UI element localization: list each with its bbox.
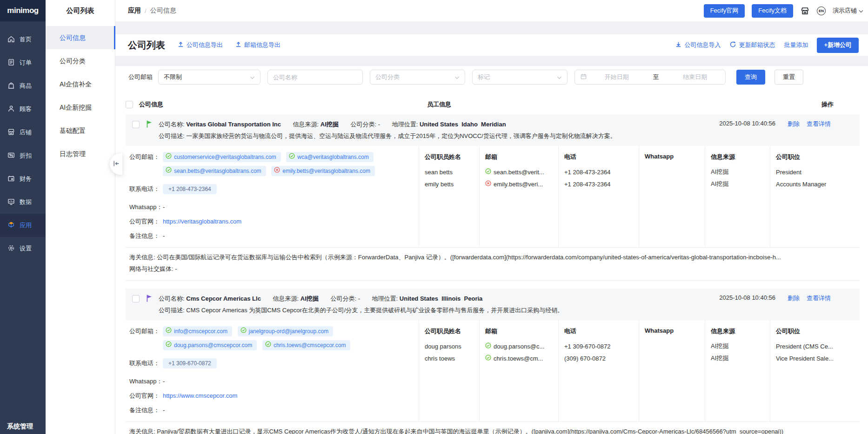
- employee-position: Accounts Manager: [776, 178, 854, 190]
- system-admin-label[interactable]: 系统管理: [7, 422, 33, 431]
- apps-icon: [7, 221, 15, 230]
- company-desc: 一家美国家族经营的货运与物流公司，提供海运、空运与陆运及物流代理服务，成立于20…: [186, 132, 616, 139]
- phone-tag[interactable]: +1 208-473-2364: [163, 184, 217, 194]
- sidebar-item-discount[interactable]: 折扣: [0, 144, 46, 167]
- email-tag[interactable]: customerservice@veritasglobaltrans.com: [163, 152, 281, 162]
- sidebar-item-label: 设置: [20, 244, 32, 253]
- flag-icon[interactable]: [146, 120, 153, 142]
- column-employee-info: 员工信息: [427, 100, 451, 109]
- employee-whatsapp: [645, 177, 699, 189]
- email-tag[interactable]: sean.betts@veritasglobaltrans.com: [163, 166, 266, 176]
- breadcrumb-company-info: 公司信息: [150, 7, 176, 15]
- sidebar-item-data[interactable]: 数据: [0, 191, 46, 214]
- employee-email: emily.betts@veri...: [485, 178, 553, 190]
- start-date-placeholder: 开始日期: [592, 73, 642, 81]
- search-button[interactable]: 查询: [736, 70, 765, 85]
- submenu-item-ai-mining[interactable]: AI企新挖掘: [46, 96, 115, 119]
- collapse-left-icon: [113, 160, 120, 168]
- submenu-item-company-info[interactable]: 公司信息: [46, 26, 115, 49]
- row-checkbox[interactable]: [132, 121, 140, 128]
- customer-icon: [7, 105, 15, 114]
- phone-tag[interactable]: +1 309-670-0872: [163, 358, 217, 368]
- website-link[interactable]: https://www.cmscepcor.com: [163, 391, 237, 401]
- emp-col-whatsapp: Whatsapp: [645, 146, 699, 164]
- email-tag[interactable]: doug.parsons@cmscepcor.com: [163, 340, 257, 350]
- store-icon: [7, 128, 15, 138]
- row-checkbox[interactable]: [132, 295, 140, 302]
- sidebar-item-label: 折扣: [20, 151, 32, 160]
- reset-button[interactable]: 重置: [775, 70, 803, 85]
- export-email-link[interactable]: 邮箱信息导出: [235, 41, 280, 49]
- customs-section: 海关信息: 公司在美国/国际航运记录可在货运数据库与运输公告中检索到（示例来源：…: [126, 247, 860, 280]
- employee-source: AI挖掘: [711, 352, 764, 364]
- discount-icon: [7, 151, 15, 161]
- view-detail-link[interactable]: 查看详情: [807, 294, 831, 316]
- fecify-docs-button[interactable]: Fecify文档: [752, 4, 793, 18]
- company-note-row: 备注信息： -: [129, 405, 414, 415]
- page-header: 公司列表 公司信息导出 邮箱信息导出 公司信息导入 更新邮箱状态 批量添加: [115, 34, 868, 56]
- email-tag[interactable]: emily.betts@veritasglobaltrans.com: [271, 166, 375, 176]
- employee-email: sean.betts@verit...: [485, 166, 553, 178]
- export-company-link[interactable]: 公司信息导出: [177, 41, 223, 49]
- tag-select[interactable]: 标记: [472, 70, 568, 85]
- refresh-email-status-link[interactable]: 更新邮箱状态: [729, 41, 775, 49]
- company-desc-line: 公司描述: 一家美国家族经营的货运与物流公司，提供海运、空运与陆运及物流代理服务…: [159, 130, 719, 142]
- email-tag[interactable]: chris.toews@cmscepcor.com: [262, 340, 351, 350]
- email-tag[interactable]: info@cmscepcor.com: [163, 326, 232, 336]
- batch-add-link[interactable]: 批量添加: [784, 41, 808, 49]
- flag-icon[interactable]: [146, 294, 153, 316]
- submenu-item-company-category[interactable]: 公司分类: [46, 49, 115, 72]
- submenu-title: 公司列表: [46, 0, 115, 21]
- employee-name: sean betts: [425, 166, 474, 178]
- sidebar-item-products[interactable]: 商品: [0, 74, 46, 98]
- employee-position: President: [776, 166, 854, 178]
- sidebar-item-shop[interactable]: 店铺: [0, 121, 46, 144]
- import-company-link[interactable]: 公司信息导入: [675, 41, 721, 49]
- employee-phone: +1 208-473-2364: [564, 178, 633, 190]
- sidebar-item-finance[interactable]: 财务: [0, 167, 46, 191]
- employee-position: President (CMS Ce...: [776, 340, 854, 352]
- email-status-select[interactable]: 不限制: [158, 70, 260, 85]
- add-company-button[interactable]: +新增公司: [817, 38, 859, 53]
- emp-col-phone: 电话: [564, 146, 633, 166]
- company-category-select[interactable]: 公司分类: [370, 70, 465, 85]
- customs-text: 公司在美国/国际航运记录可在货运数据库与运输公告中检索到（示例来源：Forwar…: [157, 254, 781, 261]
- submenu-item-ai-enrich[interactable]: AI企信补全: [46, 72, 115, 96]
- sidebar-item-orders[interactable]: 订单: [0, 51, 46, 74]
- customs-info-line: 海关信息: 公司在美国/国际航运记录可在货运数据库与运输公告中检索到（示例来源：…: [129, 251, 857, 263]
- product-icon: [7, 81, 15, 91]
- delete-link[interactable]: 删除: [788, 294, 800, 316]
- email-tag[interactable]: janelgroup-ord@janelgroup.com: [238, 326, 334, 336]
- sidebar-item-customers[interactable]: 顾客: [0, 98, 46, 121]
- row-datetime: 2025-10-08 10:40:56: [719, 294, 775, 316]
- main-sidebar: minimog 首页 订单 商品 顾客 店铺: [0, 0, 46, 434]
- company-whatsapp-row: Whatsapp： -: [129, 376, 414, 387]
- storefront-icon[interactable]: [800, 6, 810, 16]
- store-switcher[interactable]: 演示店铺: [833, 7, 863, 15]
- email-tag[interactable]: wca@veritasglobaltrans.com: [286, 152, 374, 162]
- select-all-checkbox[interactable]: [126, 101, 133, 108]
- breadcrumb-app[interactable]: 应用: [128, 7, 141, 15]
- sidebar-item-home[interactable]: 首页: [0, 28, 46, 51]
- company-name-field[interactable]: [267, 70, 363, 85]
- employee-phone: +1 309-670-0872: [564, 340, 633, 352]
- view-detail-link[interactable]: 查看详情: [807, 120, 831, 142]
- delete-link[interactable]: 删除: [788, 120, 800, 142]
- submenu-item-log-manage[interactable]: 日志管理: [46, 142, 115, 165]
- breadcrumb-separator: /: [145, 7, 147, 14]
- date-range-picker[interactable]: 开始日期 至 结束日期: [574, 70, 726, 85]
- emp-col-name: 公司职员姓名: [425, 320, 474, 340]
- page-gap-top: [115, 21, 868, 34]
- submenu-item-base-config[interactable]: 基础配置: [46, 119, 115, 142]
- website-link[interactable]: https://veritasglobaltrans.com: [163, 217, 241, 227]
- home-icon: [7, 35, 15, 45]
- sidebar-item-apps[interactable]: 应用: [0, 214, 46, 237]
- sidebar-item-label: 商品: [20, 82, 32, 90]
- employee-source: AI挖掘: [711, 178, 764, 190]
- company-name-input[interactable]: [273, 74, 357, 81]
- employee-source: AI挖掘: [711, 166, 764, 178]
- sidebar-item-settings[interactable]: 设置: [0, 237, 46, 260]
- language-icon[interactable]: EN: [817, 7, 826, 15]
- fecify-site-button[interactable]: Fecify官网: [704, 4, 745, 18]
- topbar: 应用 / 公司信息 Fecify官网 Fecify文档 EN 演示店铺: [115, 0, 868, 21]
